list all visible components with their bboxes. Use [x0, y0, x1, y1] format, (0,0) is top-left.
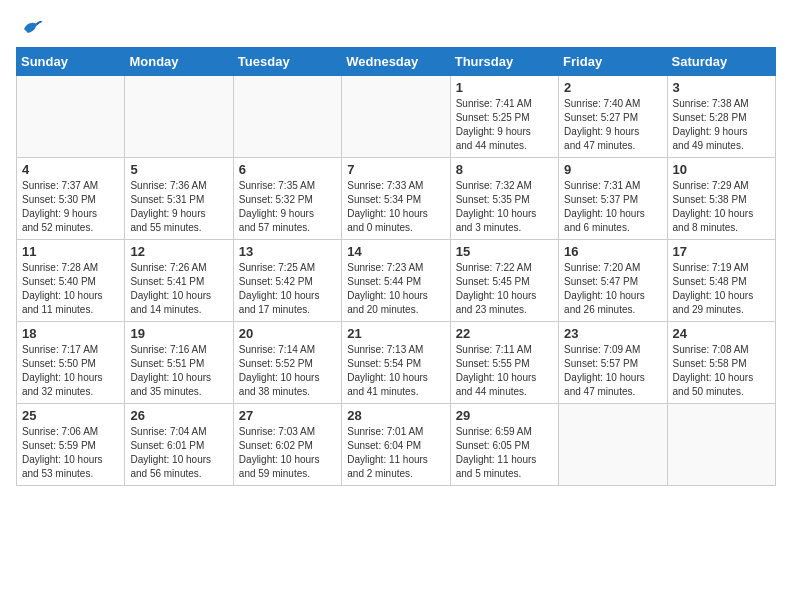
day-cell: 23Sunrise: 7:09 AM Sunset: 5:57 PM Dayli… [559, 322, 667, 404]
day-info: Sunrise: 7:17 AM Sunset: 5:50 PM Dayligh… [22, 343, 119, 399]
logo [16, 16, 44, 37]
day-number: 25 [22, 408, 119, 423]
day-number: 29 [456, 408, 553, 423]
day-cell: 12Sunrise: 7:26 AM Sunset: 5:41 PM Dayli… [125, 240, 233, 322]
day-cell: 24Sunrise: 7:08 AM Sunset: 5:58 PM Dayli… [667, 322, 775, 404]
day-cell: 18Sunrise: 7:17 AM Sunset: 5:50 PM Dayli… [17, 322, 125, 404]
day-cell [559, 404, 667, 486]
day-info: Sunrise: 7:08 AM Sunset: 5:58 PM Dayligh… [673, 343, 770, 399]
header-friday: Friday [559, 48, 667, 76]
day-number: 14 [347, 244, 444, 259]
day-number: 7 [347, 162, 444, 177]
day-info: Sunrise: 7:11 AM Sunset: 5:55 PM Dayligh… [456, 343, 553, 399]
week-row-0: 1Sunrise: 7:41 AM Sunset: 5:25 PM Daylig… [17, 76, 776, 158]
day-info: Sunrise: 7:28 AM Sunset: 5:40 PM Dayligh… [22, 261, 119, 317]
day-number: 24 [673, 326, 770, 341]
day-number: 10 [673, 162, 770, 177]
header-wednesday: Wednesday [342, 48, 450, 76]
day-info: Sunrise: 7:22 AM Sunset: 5:45 PM Dayligh… [456, 261, 553, 317]
day-info: Sunrise: 7:01 AM Sunset: 6:04 PM Dayligh… [347, 425, 444, 481]
day-cell: 8Sunrise: 7:32 AM Sunset: 5:35 PM Daylig… [450, 158, 558, 240]
day-info: Sunrise: 7:26 AM Sunset: 5:41 PM Dayligh… [130, 261, 227, 317]
header-tuesday: Tuesday [233, 48, 341, 76]
calendar-table: SundayMondayTuesdayWednesdayThursdayFrid… [16, 47, 776, 486]
day-number: 19 [130, 326, 227, 341]
day-number: 21 [347, 326, 444, 341]
day-cell: 26Sunrise: 7:04 AM Sunset: 6:01 PM Dayli… [125, 404, 233, 486]
week-row-3: 18Sunrise: 7:17 AM Sunset: 5:50 PM Dayli… [17, 322, 776, 404]
day-number: 27 [239, 408, 336, 423]
day-cell: 15Sunrise: 7:22 AM Sunset: 5:45 PM Dayli… [450, 240, 558, 322]
day-cell: 29Sunrise: 6:59 AM Sunset: 6:05 PM Dayli… [450, 404, 558, 486]
day-info: Sunrise: 7:33 AM Sunset: 5:34 PM Dayligh… [347, 179, 444, 235]
day-info: Sunrise: 7:32 AM Sunset: 5:35 PM Dayligh… [456, 179, 553, 235]
day-number: 18 [22, 326, 119, 341]
day-number: 23 [564, 326, 661, 341]
day-cell: 6Sunrise: 7:35 AM Sunset: 5:32 PM Daylig… [233, 158, 341, 240]
day-info: Sunrise: 7:41 AM Sunset: 5:25 PM Dayligh… [456, 97, 553, 153]
day-cell: 17Sunrise: 7:19 AM Sunset: 5:48 PM Dayli… [667, 240, 775, 322]
day-cell [233, 76, 341, 158]
day-info: Sunrise: 7:36 AM Sunset: 5:31 PM Dayligh… [130, 179, 227, 235]
day-cell [17, 76, 125, 158]
day-info: Sunrise: 6:59 AM Sunset: 6:05 PM Dayligh… [456, 425, 553, 481]
header-monday: Monday [125, 48, 233, 76]
day-info: Sunrise: 7:13 AM Sunset: 5:54 PM Dayligh… [347, 343, 444, 399]
day-cell: 7Sunrise: 7:33 AM Sunset: 5:34 PM Daylig… [342, 158, 450, 240]
day-info: Sunrise: 7:29 AM Sunset: 5:38 PM Dayligh… [673, 179, 770, 235]
day-cell: 16Sunrise: 7:20 AM Sunset: 5:47 PM Dayli… [559, 240, 667, 322]
day-cell: 20Sunrise: 7:14 AM Sunset: 5:52 PM Dayli… [233, 322, 341, 404]
day-cell: 2Sunrise: 7:40 AM Sunset: 5:27 PM Daylig… [559, 76, 667, 158]
day-number: 2 [564, 80, 661, 95]
day-info: Sunrise: 7:09 AM Sunset: 5:57 PM Dayligh… [564, 343, 661, 399]
day-cell: 4Sunrise: 7:37 AM Sunset: 5:30 PM Daylig… [17, 158, 125, 240]
day-cell [125, 76, 233, 158]
day-info: Sunrise: 7:37 AM Sunset: 5:30 PM Dayligh… [22, 179, 119, 235]
day-cell [342, 76, 450, 158]
day-number: 26 [130, 408, 227, 423]
day-cell: 1Sunrise: 7:41 AM Sunset: 5:25 PM Daylig… [450, 76, 558, 158]
day-cell: 19Sunrise: 7:16 AM Sunset: 5:51 PM Dayli… [125, 322, 233, 404]
day-info: Sunrise: 7:06 AM Sunset: 5:59 PM Dayligh… [22, 425, 119, 481]
day-info: Sunrise: 7:19 AM Sunset: 5:48 PM Dayligh… [673, 261, 770, 317]
day-cell: 9Sunrise: 7:31 AM Sunset: 5:37 PM Daylig… [559, 158, 667, 240]
day-number: 9 [564, 162, 661, 177]
day-number: 16 [564, 244, 661, 259]
week-row-2: 11Sunrise: 7:28 AM Sunset: 5:40 PM Dayli… [17, 240, 776, 322]
day-number: 8 [456, 162, 553, 177]
day-cell: 27Sunrise: 7:03 AM Sunset: 6:02 PM Dayli… [233, 404, 341, 486]
day-info: Sunrise: 7:20 AM Sunset: 5:47 PM Dayligh… [564, 261, 661, 317]
day-info: Sunrise: 7:25 AM Sunset: 5:42 PM Dayligh… [239, 261, 336, 317]
calendar-header-row: SundayMondayTuesdayWednesdayThursdayFrid… [17, 48, 776, 76]
day-number: 13 [239, 244, 336, 259]
header-sunday: Sunday [17, 48, 125, 76]
day-cell: 14Sunrise: 7:23 AM Sunset: 5:44 PM Dayli… [342, 240, 450, 322]
day-cell: 25Sunrise: 7:06 AM Sunset: 5:59 PM Dayli… [17, 404, 125, 486]
day-number: 5 [130, 162, 227, 177]
day-number: 12 [130, 244, 227, 259]
header-saturday: Saturday [667, 48, 775, 76]
day-info: Sunrise: 7:04 AM Sunset: 6:01 PM Dayligh… [130, 425, 227, 481]
page-header [16, 16, 776, 37]
day-info: Sunrise: 7:23 AM Sunset: 5:44 PM Dayligh… [347, 261, 444, 317]
day-cell: 11Sunrise: 7:28 AM Sunset: 5:40 PM Dayli… [17, 240, 125, 322]
day-cell: 21Sunrise: 7:13 AM Sunset: 5:54 PM Dayli… [342, 322, 450, 404]
week-row-1: 4Sunrise: 7:37 AM Sunset: 5:30 PM Daylig… [17, 158, 776, 240]
day-info: Sunrise: 7:03 AM Sunset: 6:02 PM Dayligh… [239, 425, 336, 481]
day-info: Sunrise: 7:16 AM Sunset: 5:51 PM Dayligh… [130, 343, 227, 399]
logo-bird-icon [20, 17, 44, 37]
day-info: Sunrise: 7:14 AM Sunset: 5:52 PM Dayligh… [239, 343, 336, 399]
week-row-4: 25Sunrise: 7:06 AM Sunset: 5:59 PM Dayli… [17, 404, 776, 486]
header-thursday: Thursday [450, 48, 558, 76]
day-info: Sunrise: 7:35 AM Sunset: 5:32 PM Dayligh… [239, 179, 336, 235]
day-number: 28 [347, 408, 444, 423]
day-cell: 3Sunrise: 7:38 AM Sunset: 5:28 PM Daylig… [667, 76, 775, 158]
day-cell: 28Sunrise: 7:01 AM Sunset: 6:04 PM Dayli… [342, 404, 450, 486]
day-cell [667, 404, 775, 486]
day-cell: 5Sunrise: 7:36 AM Sunset: 5:31 PM Daylig… [125, 158, 233, 240]
day-number: 11 [22, 244, 119, 259]
day-info: Sunrise: 7:38 AM Sunset: 5:28 PM Dayligh… [673, 97, 770, 153]
day-cell: 13Sunrise: 7:25 AM Sunset: 5:42 PM Dayli… [233, 240, 341, 322]
day-number: 22 [456, 326, 553, 341]
day-number: 3 [673, 80, 770, 95]
